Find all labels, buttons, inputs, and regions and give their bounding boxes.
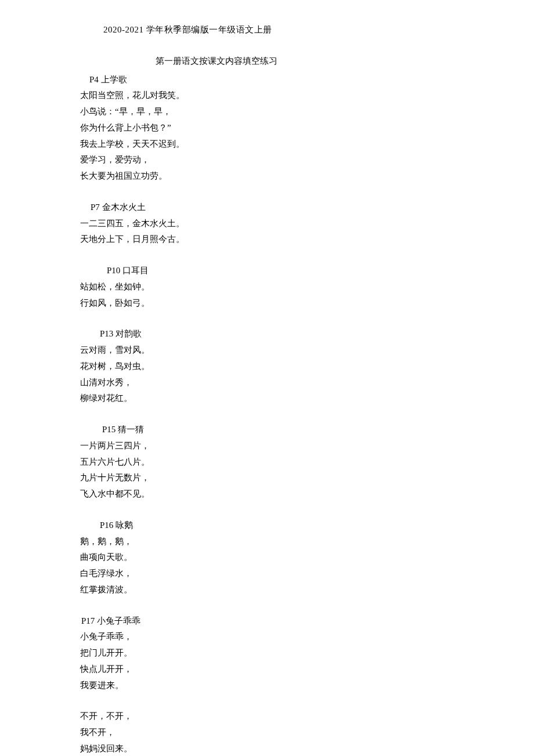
- text-line: 快点儿开开，: [80, 661, 395, 678]
- section: P15 猜一猜一片两片三四片，五片六片七八片。九片十片无数片，飞入水中都不见。: [80, 422, 395, 502]
- text-line: 五片六片七八片。: [80, 454, 395, 471]
- text-line: 鹅，鹅，鹅，: [80, 534, 395, 550]
- text-line: 小兔子乖乖，: [80, 629, 395, 645]
- text-line: 白毛浮绿水，: [80, 566, 395, 582]
- stanza: 小兔子乖乖，把门儿开开。快点儿开开，我要进来。: [80, 629, 395, 693]
- text-line: 飞入水中都不见。: [80, 486, 395, 502]
- text-line: 行如风，卧如弓。: [80, 295, 395, 312]
- stanza: 云对雨，雪对风。花对树，鸟对虫。山清对水秀，柳绿对花红。: [80, 342, 395, 407]
- text-line: 妈妈没回来。: [80, 741, 395, 756]
- stanza: 不开，不开，我不开，妈妈没回来。: [80, 708, 395, 756]
- text-line: 你为什么背上小书包？”: [80, 120, 395, 136]
- section: P13 对韵歌云对雨，雪对风。花对树，鸟对虫。山清对水秀，柳绿对花红。: [80, 326, 395, 407]
- text-line: 小鸟说：“早，早，早，: [80, 104, 395, 120]
- text-line: 把门儿开开。: [80, 645, 395, 661]
- text-line: 天地分上下，日月照今古。: [80, 231, 395, 248]
- text-line: 爱学习，爱劳动，: [80, 152, 395, 168]
- stanza: 站如松，坐如钟。行如风，卧如弓。: [80, 279, 395, 312]
- section: P7 金木水火土一二三四五，金木水火土。天地分上下，日月照今古。: [80, 200, 395, 248]
- text-line: 九片十片无数片，: [80, 470, 395, 486]
- sections-container: P4 上学歌太阳当空照，花儿对我笑。小鸟说：“早，早，早，你为什么背上小书包？”…: [80, 72, 395, 757]
- section: P4 上学歌太阳当空照，花儿对我笑。小鸟说：“早，早，早，你为什么背上小书包？”…: [80, 72, 395, 185]
- text-line: 一二三四五，金木水火土。: [80, 216, 395, 232]
- section-heading: P15 猜一猜: [102, 422, 395, 438]
- text-line: 云对雨，雪对风。: [80, 342, 395, 359]
- text-line: 柳绿对花红。: [80, 390, 395, 407]
- section-heading: P13 对韵歌: [100, 326, 395, 342]
- section-heading: P4 上学歌: [89, 72, 395, 88]
- section-heading: P17 小兔子乖乖: [81, 613, 395, 630]
- document-page: 2020-2021 学年秋季部编版一年级语文上册 第一册语文按课文内容填空练习 …: [0, 0, 395, 756]
- text-line: 我不开，: [80, 725, 395, 741]
- section-heading: P7 金木水火土: [91, 200, 395, 216]
- text-line: 太阳当空照，花儿对我笑。: [80, 88, 395, 104]
- section: P17 小兔子乖乖小兔子乖乖，把门儿开开。快点儿开开，我要进来。不开，不开，我不…: [80, 613, 395, 757]
- stanza: 一片两片三四片，五片六片七八片。九片十片无数片，飞入水中都不见。: [80, 438, 395, 502]
- section: P10 口耳目站如松，坐如钟。行如风，卧如弓。: [80, 263, 395, 311]
- text-line: 山清对水秀，: [80, 375, 395, 391]
- text-line: 红掌拨清波。: [80, 582, 395, 598]
- text-line: 曲项向天歌。: [80, 549, 395, 566]
- stanza: 鹅，鹅，鹅，曲项向天歌。白毛浮绿水，红掌拨清波。: [80, 534, 395, 598]
- text-line: 花对树，鸟对虫。: [80, 359, 395, 375]
- text-line: 我要进来。: [80, 678, 395, 694]
- text-line: 长大要为祖国立功劳。: [80, 168, 395, 185]
- section: P16 咏鹅鹅，鹅，鹅，曲项向天歌。白毛浮绿水，红掌拨清波。: [80, 518, 395, 598]
- text-line: 我去上学校，天天不迟到。: [80, 136, 395, 153]
- text-line: 站如松，坐如钟。: [80, 279, 395, 295]
- document-header: 2020-2021 学年秋季部编版一年级语文上册: [103, 22, 395, 38]
- section-heading: P16 咏鹅: [100, 518, 395, 534]
- section-heading: P10 口耳目: [107, 263, 395, 279]
- text-line: 一片两片三四片，: [80, 438, 395, 454]
- stanza: 太阳当空照，花儿对我笑。小鸟说：“早，早，早，你为什么背上小书包？”我去上学校，…: [80, 88, 395, 185]
- stanza: 一二三四五，金木水火土。天地分上下，日月照今古。: [80, 216, 395, 248]
- document-title: 第一册语文按课文内容填空练习: [156, 53, 395, 70]
- text-line: 不开，不开，: [80, 708, 395, 725]
